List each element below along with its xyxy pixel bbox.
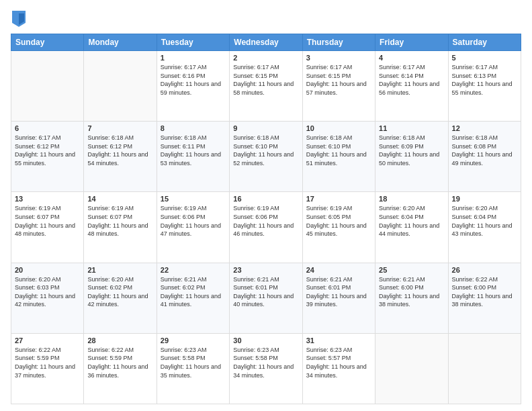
calendar-cell: 13Sunrise: 6:19 AM Sunset: 6:07 PM Dayli… — [11, 192, 84, 263]
day-number: 30 — [233, 336, 298, 345]
day-info: Sunrise: 6:18 AM Sunset: 6:11 PM Dayligh… — [161, 134, 226, 167]
week-row-1: 1Sunrise: 6:17 AM Sunset: 6:16 PM Daylig… — [11, 51, 521, 122]
calendar-cell: 26Sunrise: 6:22 AM Sunset: 6:00 PM Dayli… — [448, 263, 521, 333]
calendar-cell: 21Sunrise: 6:20 AM Sunset: 6:02 PM Dayli… — [84, 263, 157, 333]
calendar-cell: 12Sunrise: 6:18 AM Sunset: 6:08 PM Dayli… — [448, 122, 521, 192]
day-number: 26 — [452, 266, 517, 274]
calendar-cell: 2Sunrise: 6:17 AM Sunset: 6:15 PM Daylig… — [230, 51, 302, 122]
day-info: Sunrise: 6:20 AM Sunset: 6:02 PM Dayligh… — [87, 275, 152, 309]
day-info: Sunrise: 6:20 AM Sunset: 6:04 PM Dayligh… — [452, 204, 517, 238]
calendar-cell: 20Sunrise: 6:20 AM Sunset: 6:03 PM Dayli… — [11, 263, 84, 333]
day-info: Sunrise: 6:18 AM Sunset: 6:10 PM Dayligh… — [306, 134, 371, 167]
weekday-header-monday: Monday — [84, 34, 157, 51]
day-info: Sunrise: 6:21 AM Sunset: 6:01 PM Dayligh… — [306, 275, 371, 309]
day-number: 11 — [379, 124, 444, 132]
calendar-cell: 1Sunrise: 6:17 AM Sunset: 6:16 PM Daylig… — [157, 51, 229, 122]
day-info: Sunrise: 6:23 AM Sunset: 5:58 PM Dayligh… — [161, 346, 226, 379]
calendar-cell: 29Sunrise: 6:23 AM Sunset: 5:58 PM Dayli… — [157, 333, 229, 404]
calendar-cell: 15Sunrise: 6:19 AM Sunset: 6:06 PM Dayli… — [157, 192, 229, 263]
day-number: 17 — [306, 195, 371, 203]
calendar-cell: 23Sunrise: 6:21 AM Sunset: 6:01 PM Dayli… — [230, 263, 302, 333]
day-info: Sunrise: 6:20 AM Sunset: 6:04 PM Dayligh… — [379, 204, 444, 238]
day-number: 7 — [87, 124, 152, 132]
calendar-cell: 31Sunrise: 6:23 AM Sunset: 5:57 PM Dayli… — [302, 333, 375, 404]
calendar-cell: 10Sunrise: 6:18 AM Sunset: 6:10 PM Dayli… — [302, 122, 375, 192]
weekday-header-saturday: Saturday — [448, 34, 521, 51]
day-number: 4 — [379, 54, 444, 62]
calendar-cell: 22Sunrise: 6:21 AM Sunset: 6:02 PM Dayli… — [157, 263, 229, 333]
day-info: Sunrise: 6:17 AM Sunset: 6:14 PM Dayligh… — [379, 63, 444, 97]
calendar-cell — [375, 333, 448, 404]
day-info: Sunrise: 6:22 AM Sunset: 6:00 PM Dayligh… — [452, 275, 517, 309]
day-info: Sunrise: 6:19 AM Sunset: 6:07 PM Dayligh… — [15, 204, 80, 238]
day-info: Sunrise: 6:22 AM Sunset: 5:59 PM Dayligh… — [15, 346, 80, 379]
day-info: Sunrise: 6:19 AM Sunset: 6:06 PM Dayligh… — [161, 204, 226, 238]
day-info: Sunrise: 6:17 AM Sunset: 6:13 PM Dayligh… — [452, 63, 517, 97]
day-number: 21 — [87, 266, 152, 274]
day-info: Sunrise: 6:22 AM Sunset: 5:59 PM Dayligh… — [87, 346, 152, 379]
calendar-cell: 9Sunrise: 6:18 AM Sunset: 6:10 PM Daylig… — [230, 122, 302, 192]
weekday-header-row: SundayMondayTuesdayWednesdayThursdayFrid… — [11, 34, 521, 51]
calendar-body: 1Sunrise: 6:17 AM Sunset: 6:16 PM Daylig… — [11, 51, 521, 404]
day-info: Sunrise: 6:19 AM Sunset: 6:05 PM Dayligh… — [306, 204, 371, 238]
week-row-3: 13Sunrise: 6:19 AM Sunset: 6:07 PM Dayli… — [11, 192, 521, 263]
day-number: 13 — [15, 195, 80, 203]
day-number: 16 — [233, 195, 298, 203]
calendar-cell: 6Sunrise: 6:17 AM Sunset: 6:12 PM Daylig… — [11, 122, 84, 192]
day-info: Sunrise: 6:20 AM Sunset: 6:03 PM Dayligh… — [15, 275, 80, 309]
logo-icon — [12, 11, 26, 27]
calendar-cell: 8Sunrise: 6:18 AM Sunset: 6:11 PM Daylig… — [157, 122, 229, 192]
day-info: Sunrise: 6:17 AM Sunset: 6:15 PM Dayligh… — [233, 63, 298, 97]
calendar: SundayMondayTuesdayWednesdayThursdayFrid… — [11, 34, 521, 404]
calendar-cell: 11Sunrise: 6:18 AM Sunset: 6:09 PM Dayli… — [375, 122, 448, 192]
calendar-cell: 14Sunrise: 6:19 AM Sunset: 6:07 PM Dayli… — [84, 192, 157, 263]
header — [11, 11, 521, 27]
day-number: 14 — [87, 195, 152, 203]
calendar-cell: 18Sunrise: 6:20 AM Sunset: 6:04 PM Dayli… — [375, 192, 448, 263]
week-row-2: 6Sunrise: 6:17 AM Sunset: 6:12 PM Daylig… — [11, 122, 521, 192]
day-number: 12 — [452, 124, 517, 132]
day-info: Sunrise: 6:18 AM Sunset: 6:12 PM Dayligh… — [87, 134, 152, 167]
day-number: 31 — [306, 336, 371, 345]
day-number: 15 — [161, 195, 226, 203]
day-number: 20 — [15, 266, 80, 274]
day-number: 8 — [161, 124, 226, 132]
calendar-cell: 16Sunrise: 6:19 AM Sunset: 6:06 PM Dayli… — [230, 192, 302, 263]
day-info: Sunrise: 6:21 AM Sunset: 6:00 PM Dayligh… — [379, 275, 444, 309]
calendar-cell: 25Sunrise: 6:21 AM Sunset: 6:00 PM Dayli… — [375, 263, 448, 333]
calendar-cell: 4Sunrise: 6:17 AM Sunset: 6:14 PM Daylig… — [375, 51, 448, 122]
day-info: Sunrise: 6:19 AM Sunset: 6:06 PM Dayligh… — [233, 204, 298, 238]
day-number: 2 — [233, 54, 298, 62]
day-info: Sunrise: 6:23 AM Sunset: 5:57 PM Dayligh… — [306, 346, 371, 379]
calendar-cell: 27Sunrise: 6:22 AM Sunset: 5:59 PM Dayli… — [11, 333, 84, 404]
day-number: 19 — [452, 195, 517, 203]
calendar-cell — [11, 51, 84, 122]
weekday-header-wednesday: Wednesday — [230, 34, 302, 51]
week-row-4: 20Sunrise: 6:20 AM Sunset: 6:03 PM Dayli… — [11, 263, 521, 333]
day-info: Sunrise: 6:23 AM Sunset: 5:58 PM Dayligh… — [233, 346, 298, 379]
calendar-cell: 28Sunrise: 6:22 AM Sunset: 5:59 PM Dayli… — [84, 333, 157, 404]
day-number: 18 — [379, 195, 444, 203]
day-number: 1 — [161, 54, 226, 62]
day-info: Sunrise: 6:18 AM Sunset: 6:10 PM Dayligh… — [233, 134, 298, 167]
weekday-header-thursday: Thursday — [302, 34, 375, 51]
day-number: 25 — [379, 266, 444, 274]
day-number: 10 — [306, 124, 371, 132]
day-number: 5 — [452, 54, 517, 62]
logo — [11, 11, 26, 27]
day-info: Sunrise: 6:21 AM Sunset: 6:01 PM Dayligh… — [233, 275, 298, 309]
calendar-cell: 19Sunrise: 6:20 AM Sunset: 6:04 PM Dayli… — [448, 192, 521, 263]
day-info: Sunrise: 6:19 AM Sunset: 6:07 PM Dayligh… — [87, 204, 152, 238]
day-number: 27 — [15, 336, 80, 345]
day-info: Sunrise: 6:17 AM Sunset: 6:12 PM Dayligh… — [15, 134, 80, 167]
day-info: Sunrise: 6:17 AM Sunset: 6:16 PM Dayligh… — [161, 63, 226, 97]
calendar-cell: 7Sunrise: 6:18 AM Sunset: 6:12 PM Daylig… — [84, 122, 157, 192]
day-number: 24 — [306, 266, 371, 274]
day-info: Sunrise: 6:21 AM Sunset: 6:02 PM Dayligh… — [161, 275, 226, 309]
page: SundayMondayTuesdayWednesdayThursdayFrid… — [0, 0, 532, 411]
day-number: 9 — [233, 124, 298, 132]
day-number: 3 — [306, 54, 371, 62]
day-info: Sunrise: 6:17 AM Sunset: 6:15 PM Dayligh… — [306, 63, 371, 97]
day-number: 28 — [87, 336, 152, 345]
day-number: 6 — [15, 124, 80, 132]
